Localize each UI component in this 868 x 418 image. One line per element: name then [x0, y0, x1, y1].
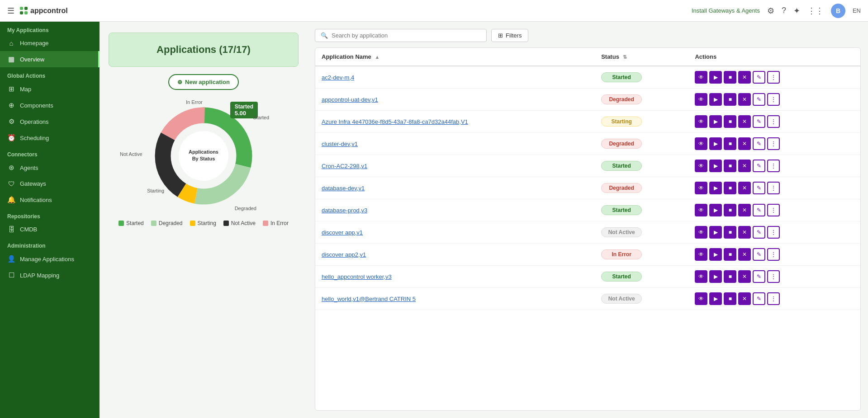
app-name-link[interactable]: hello_appcontrol worker,v3 [322, 273, 392, 280]
view-button[interactable]: 👁 [695, 292, 707, 305]
delete-button[interactable]: ✕ [738, 71, 751, 84]
view-button[interactable]: 👁 [695, 137, 707, 150]
sidebar-item-operations[interactable]: ⚙ Operations [0, 113, 100, 130]
sidebar-item-homepage[interactable]: ⌂ Homepage [0, 35, 100, 51]
start-button[interactable]: ▶ [709, 93, 722, 106]
view-button[interactable]: 👁 [695, 71, 707, 84]
stop-button[interactable]: ■ [724, 226, 736, 239]
edit-button[interactable]: ✎ [753, 160, 765, 172]
start-button[interactable]: ▶ [709, 292, 722, 305]
sidebar-item-manage-apps[interactable]: 👤 Manage Applications [0, 251, 100, 267]
avatar[interactable]: B [831, 4, 845, 18]
more-button[interactable]: ⋮ [767, 115, 780, 128]
col-status[interactable]: Status ⇅ [595, 48, 688, 66]
edit-button[interactable]: ✎ [753, 71, 765, 84]
edit-button[interactable]: ✎ [753, 137, 765, 150]
delete-button[interactable]: ✕ [738, 270, 751, 283]
more-button[interactable]: ⋮ [767, 93, 780, 106]
app-name-link[interactable]: database-prod,v3 [322, 207, 367, 214]
sidebar-item-cmdb[interactable]: 🗄 CMDB [0, 221, 100, 237]
stop-button[interactable]: ■ [724, 292, 736, 305]
edit-button[interactable]: ✎ [753, 226, 765, 239]
app-name-link[interactable]: hello_world,v1@Bertrand CATRIN 5 [322, 296, 416, 302]
start-button[interactable]: ▶ [709, 160, 722, 172]
more-button[interactable]: ⋮ [767, 160, 780, 172]
stop-button[interactable]: ■ [724, 248, 736, 261]
delete-button[interactable]: ✕ [738, 204, 751, 216]
hamburger-icon[interactable]: ☰ [7, 6, 14, 16]
help-icon[interactable]: ? [782, 6, 786, 15]
view-button[interactable]: 👁 [695, 93, 707, 106]
view-button[interactable]: 👁 [695, 248, 707, 261]
start-button[interactable]: ▶ [709, 248, 722, 261]
stop-button[interactable]: ■ [724, 137, 736, 150]
more-button[interactable]: ⋮ [767, 182, 780, 194]
col-app-name[interactable]: Application Name ▲ [315, 48, 595, 66]
edit-button[interactable]: ✎ [753, 115, 765, 128]
delete-button[interactable]: ✕ [738, 137, 751, 150]
stop-button[interactable]: ■ [724, 93, 736, 106]
delete-button[interactable]: ✕ [738, 93, 751, 106]
delete-button[interactable]: ✕ [738, 182, 751, 194]
edit-button[interactable]: ✎ [753, 204, 765, 216]
start-button[interactable]: ▶ [709, 182, 722, 194]
start-button[interactable]: ▶ [709, 204, 722, 216]
sidebar-item-ldap-mapping[interactable]: ☐ LDAP Mapping [0, 267, 100, 283]
start-button[interactable]: ▶ [709, 270, 722, 283]
install-gateways-link[interactable]: Install Gateways & Agents [692, 7, 760, 14]
stop-button[interactable]: ■ [724, 204, 736, 216]
apps-grid-icon[interactable]: ⋮⋮ [807, 6, 824, 16]
sidebar-item-components[interactable]: ⊕ Components [0, 97, 100, 113]
sidebar-item-notifications[interactable]: 🔔 Notifications [0, 192, 100, 208]
view-button[interactable]: 👁 [695, 182, 707, 194]
app-name-link[interactable]: discover app2,v1 [322, 251, 366, 258]
view-button[interactable]: 👁 [695, 160, 707, 172]
filter-button[interactable]: ⊞ Filters [491, 29, 528, 42]
app-name-link[interactable]: database-dev,v1 [322, 185, 365, 192]
stop-button[interactable]: ■ [724, 182, 736, 194]
sidebar-item-agents[interactable]: ⊛ Agents [0, 160, 100, 176]
new-application-button[interactable]: ⊕ New application [168, 74, 239, 90]
app-name-link[interactable]: discover app,v1 [322, 229, 363, 236]
slack-icon[interactable]: ✦ [793, 6, 800, 16]
language-selector[interactable]: EN [853, 7, 861, 14]
more-button[interactable]: ⋮ [767, 226, 780, 239]
delete-button[interactable]: ✕ [738, 226, 751, 239]
delete-button[interactable]: ✕ [738, 248, 751, 261]
app-name-link[interactable]: appcontrol-uat-dev,v1 [322, 96, 378, 103]
sidebar-item-overview[interactable]: ▦ Overview [0, 51, 100, 67]
app-name-link[interactable]: Azure Infra 4e47036e-f8d5-43a7-8fa8-ca7d… [322, 118, 468, 125]
more-button[interactable]: ⋮ [767, 204, 780, 216]
edit-button[interactable]: ✎ [753, 292, 765, 305]
delete-button[interactable]: ✕ [738, 160, 751, 172]
start-button[interactable]: ▶ [709, 115, 722, 128]
start-button[interactable]: ▶ [709, 71, 722, 84]
settings-icon[interactable]: ⚙ [767, 6, 774, 16]
start-button[interactable]: ▶ [709, 137, 722, 150]
view-button[interactable]: 👁 [695, 226, 707, 239]
stop-button[interactable]: ■ [724, 270, 736, 283]
app-name-link[interactable]: Cron-AC2-298,v1 [322, 163, 367, 169]
start-button[interactable]: ▶ [709, 226, 722, 239]
edit-button[interactable]: ✎ [753, 182, 765, 194]
app-name-link[interactable]: ac2-dev-m,4 [322, 74, 354, 81]
view-button[interactable]: 👁 [695, 270, 707, 283]
edit-button[interactable]: ✎ [753, 270, 765, 283]
more-button[interactable]: ⋮ [767, 71, 780, 84]
app-name-link[interactable]: cluster-dev,v1 [322, 141, 358, 147]
delete-button[interactable]: ✕ [738, 292, 751, 305]
stop-button[interactable]: ■ [724, 71, 736, 84]
sidebar-item-map[interactable]: ⊞ Map [0, 81, 100, 97]
view-button[interactable]: 👁 [695, 115, 707, 128]
stop-button[interactable]: ■ [724, 160, 736, 172]
edit-button[interactable]: ✎ [753, 93, 765, 106]
sidebar-item-gateways[interactable]: 🛡 Gateways [0, 176, 100, 192]
sidebar-item-scheduling[interactable]: ⏰ Scheduling [0, 130, 100, 146]
stop-button[interactable]: ■ [724, 115, 736, 128]
search-input[interactable] [332, 32, 481, 39]
more-button[interactable]: ⋮ [767, 292, 780, 305]
delete-button[interactable]: ✕ [738, 115, 751, 128]
more-button[interactable]: ⋮ [767, 270, 780, 283]
view-button[interactable]: 👁 [695, 204, 707, 216]
edit-button[interactable]: ✎ [753, 248, 765, 261]
